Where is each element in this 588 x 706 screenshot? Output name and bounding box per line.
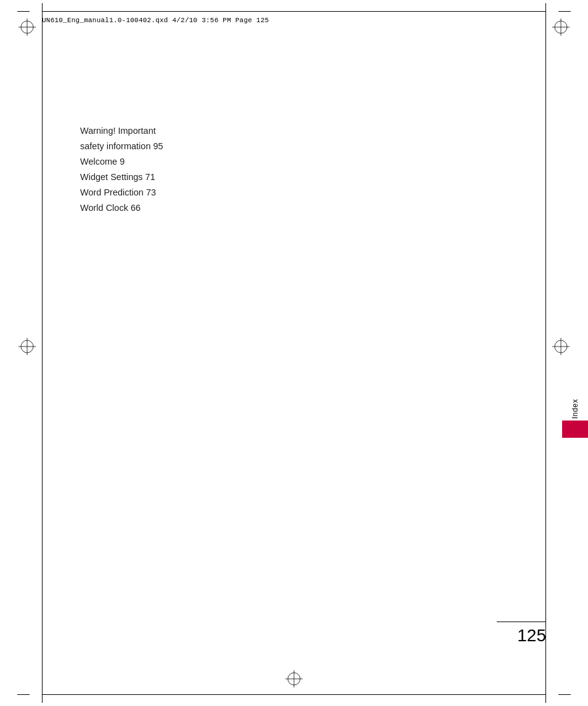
header-text: UN610_Eng_manual1.0-100402.qxd 4/2/10 3:…: [42, 17, 269, 24]
reg-mark-center-right: [552, 338, 570, 355]
page-number: 125: [497, 626, 546, 646]
reg-mark-top-left: [18, 18, 36, 36]
header-bar: UN610_Eng_manual1.0-100402.qxd 4/2/10 3:…: [42, 11, 546, 28]
content-area: Warning! Importantsafety information 95 …: [80, 123, 327, 216]
tick-bottom-right-h: [558, 694, 571, 695]
tick-top-left-v: [42, 3, 43, 11]
side-tab-color-block: [562, 421, 588, 438]
page-number-area: 125: [497, 622, 546, 646]
tick-bottom-left-h: [17, 694, 30, 695]
entry-widget-settings: Widget Settings 71: [80, 170, 327, 185]
entry-world-clock: World Clock 66: [80, 200, 327, 216]
tick-top-left-h: [17, 11, 30, 12]
reg-mark-bottom-center: [285, 670, 303, 688]
side-tab-label: Index: [571, 399, 579, 419]
bottom-bar: [42, 694, 546, 695]
entry-warning: Warning! Importantsafety information 95: [80, 123, 327, 154]
page-container: UN610_Eng_manual1.0-100402.qxd 4/2/10 3:…: [0, 0, 588, 706]
tick-top-right-h: [558, 11, 571, 12]
reg-mark-center-left: [18, 338, 36, 355]
entry-word-prediction: Word Prediction 73: [80, 185, 327, 200]
reg-mark-top-right: [552, 18, 570, 36]
page-number-line: [497, 622, 546, 622]
tick-bottom-right-v: [545, 695, 546, 703]
right-border: [545, 11, 546, 695]
side-tab: Index: [562, 382, 588, 438]
tick-top-right-v: [545, 3, 546, 11]
tick-bottom-left-v: [42, 695, 43, 703]
entry-welcome: Welcome 9: [80, 154, 327, 170]
left-border: [42, 11, 43, 695]
